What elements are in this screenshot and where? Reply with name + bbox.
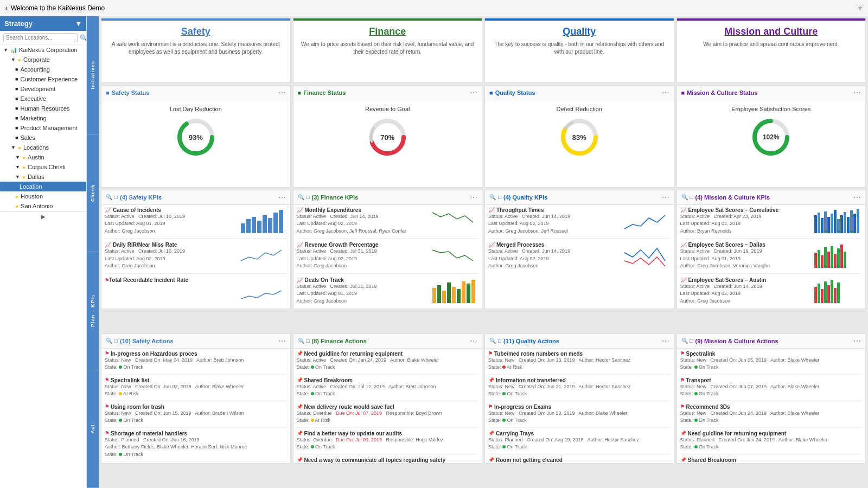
check-label: Check [87, 134, 99, 253]
sidebar-item-sales[interactable]: ■ Sales [0, 133, 86, 143]
ellipsis-icon[interactable]: ⋯ [853, 88, 861, 97]
sidebar-item-kainexus-corp[interactable]: ▼ 📊 KaiNexus Corporation [0, 45, 86, 55]
kpi-name[interactable]: 📈Employee Sat Scores – Cumulative [680, 207, 810, 213]
sidebar-item-label: San Antonio [21, 203, 53, 209]
sidebar-item-label: Executive [20, 95, 46, 102]
search-icon[interactable]: 🔍 [489, 194, 496, 200]
copy-icon[interactable]: □ [498, 194, 501, 200]
kpi-name[interactable]: 📈Daily RIR/Near Miss Rate [105, 242, 235, 248]
sidebar-item-corporate[interactable]: ▼ ● Corporate [0, 55, 86, 65]
quality-action-3: ⚑ In-progress on Exams Status: New Creat… [488, 404, 671, 428]
copy-icon[interactable]: □ [690, 194, 693, 200]
quality-actions-menu[interactable]: ⋯ [662, 337, 669, 345]
ellipsis-icon[interactable]: ⋯ [853, 193, 861, 202]
ellipsis-icon[interactable]: ⋯ [470, 337, 477, 345]
safety-status-actions[interactable]: ⋯ [278, 88, 286, 97]
safety-kpi-actions[interactable]: ⋯ [278, 193, 286, 202]
svg-rect-50 [844, 252, 846, 268]
svg-rect-26 [471, 280, 475, 303]
mission-status-actions[interactable]: ⋯ [853, 88, 861, 97]
svg-rect-34 [837, 219, 840, 233]
sidebar-item-marketing[interactable]: ■ Marketing [0, 113, 86, 123]
search-icon[interactable]: 🔍 [80, 34, 87, 42]
copy-icon[interactable]: □ [498, 338, 501, 344]
sidebar-search-input[interactable] [3, 33, 78, 42]
vertical-label-panel: Initiatives Check Plan – KPIs Act [87, 16, 99, 488]
ellipsis-icon[interactable]: ⋯ [662, 88, 669, 97]
kpi-name[interactable]: 📈Deals On Track [297, 277, 427, 283]
sidebar-item-product-mgmt[interactable]: ■ Product Management [0, 123, 86, 133]
ellipsis-icon[interactable]: ⋯ [278, 337, 286, 345]
sidebar-item-location[interactable]: Location [0, 182, 86, 191]
sidebar-item-label: Dallas [28, 174, 44, 180]
sidebar-header[interactable]: Strategy ▼ [0, 16, 86, 31]
search-icon[interactable]: 🔍 [298, 338, 304, 344]
sidebar-collapse-button[interactable]: ▶ [0, 211, 86, 222]
sidebar-item-san-antonio[interactable]: ● San Antonio [0, 201, 86, 211]
mission-kpi-actions[interactable]: ⋯ [853, 193, 861, 202]
ellipsis-icon[interactable]: ⋯ [662, 193, 669, 202]
sidebar-item-development[interactable]: ■ Development [0, 84, 86, 94]
kpi-name[interactable]: ⚑Total Recordable Incident Rate [105, 277, 235, 283]
kpi-name[interactable]: 📈Revenue Growth Percentage [297, 242, 427, 248]
finance-actions-menu[interactable]: ⋯ [470, 337, 477, 345]
search-icon[interactable]: 🔍 [106, 338, 112, 344]
search-icon[interactable]: 🔍 [298, 194, 304, 200]
search-icon[interactable]: 🔍 [106, 194, 112, 200]
finance-title[interactable]: Finance [300, 26, 476, 37]
copy-icon[interactable]: □ [690, 338, 693, 344]
doc-icon: ■ [15, 67, 18, 72]
ellipsis-icon[interactable]: ⋯ [662, 337, 669, 345]
copy-icon[interactable]: □ [307, 194, 310, 200]
sidebar-item-austin[interactable]: ▼ ● Austin [0, 152, 86, 162]
sidebar-item-label: Houston [21, 193, 43, 200]
copy-icon[interactable]: □ [307, 338, 310, 344]
kpi-name[interactable]: 📈Cause of Incidents [105, 207, 235, 213]
mission-kpi-card: 🔍 □ (4) Mission & Culture KPIs ⋯ 📈Employ… [676, 190, 866, 309]
sidebar-item-executive[interactable]: ■ Executive [0, 94, 86, 104]
svg-rect-14 [263, 215, 267, 233]
svg-rect-42 [818, 250, 820, 268]
search-icon[interactable]: 🔍 [681, 338, 688, 344]
sidebar-item-houston[interactable]: ● Houston [0, 191, 86, 201]
finance-kpi-actions[interactable]: ⋯ [470, 193, 477, 202]
sidebar-item-customer-exp[interactable]: ■ Customer Experience [0, 74, 86, 84]
ellipsis-icon[interactable]: ⋯ [278, 193, 286, 202]
mission-actions-menu[interactable]: ⋯ [853, 337, 861, 345]
sidebar-item-locations[interactable]: ▼ ● Locations [0, 143, 86, 152]
sidebar-item-dallas[interactable]: ▼ ● Dallas [0, 172, 86, 182]
ellipsis-icon[interactable]: ⋯ [470, 193, 477, 202]
quality-status-actions[interactable]: ⋯ [662, 88, 669, 97]
mission-action-2: ⚑ Transport Status: New Created On: Jun … [680, 377, 863, 401]
quality-kpi-actions[interactable]: ⋯ [662, 193, 669, 202]
search-icon[interactable]: 🔍 [489, 338, 496, 344]
sidebar-item-corpus-christi[interactable]: ▼ ● Corpus Christi [0, 162, 86, 172]
copy-icon[interactable]: □ [114, 338, 118, 344]
back-icon[interactable]: ‹ [5, 4, 8, 12]
copy-icon[interactable]: □ [114, 194, 118, 200]
add-button[interactable]: + [858, 3, 863, 13]
svg-rect-29 [821, 218, 824, 233]
loc-icon: ● [15, 194, 18, 200]
kpi-name[interactable]: 📈Employee Sat Scores – Austin [680, 277, 810, 283]
kpi-name[interactable]: 📈Throughput Times [488, 207, 618, 213]
quality-title[interactable]: Quality [492, 26, 667, 37]
quality-actions-card: 🔍 □ (11) Quality Actions ⋯ ⚑ Tube/med ro… [484, 333, 674, 464]
safety-title[interactable]: Safety [108, 26, 284, 37]
ellipsis-icon[interactable]: ⋯ [278, 88, 286, 97]
ellipsis-icon[interactable]: ⋯ [853, 337, 861, 345]
sidebar-item-human-resources[interactable]: ■ Human Resources [0, 104, 86, 113]
safety-actions-menu[interactable]: ⋯ [278, 337, 286, 345]
search-icon[interactable]: 🔍 [681, 194, 688, 200]
finance-status-actions[interactable]: ⋯ [470, 88, 477, 97]
kpi-name[interactable]: 📈Employee Sat Scores – Dallas [680, 242, 810, 248]
quality-kpi-1: 📈Throughput Times Status: Active Created… [488, 207, 671, 239]
ellipsis-icon[interactable]: ⋯ [470, 88, 477, 97]
kpi-name[interactable]: 📈Merged Processes [488, 242, 618, 248]
finance-initiative-card: Finance We aim to price assets based on … [293, 18, 483, 83]
mission-title[interactable]: Mission and Culture [684, 26, 859, 37]
kpi-name[interactable]: 📈Monthly Expenditures [297, 207, 427, 213]
sidebar-item-label: Austin [28, 154, 44, 160]
sidebar-item-accounting[interactable]: ■ Accounting [0, 65, 86, 74]
safety-status-title: ■ Safety Status [106, 89, 149, 96]
